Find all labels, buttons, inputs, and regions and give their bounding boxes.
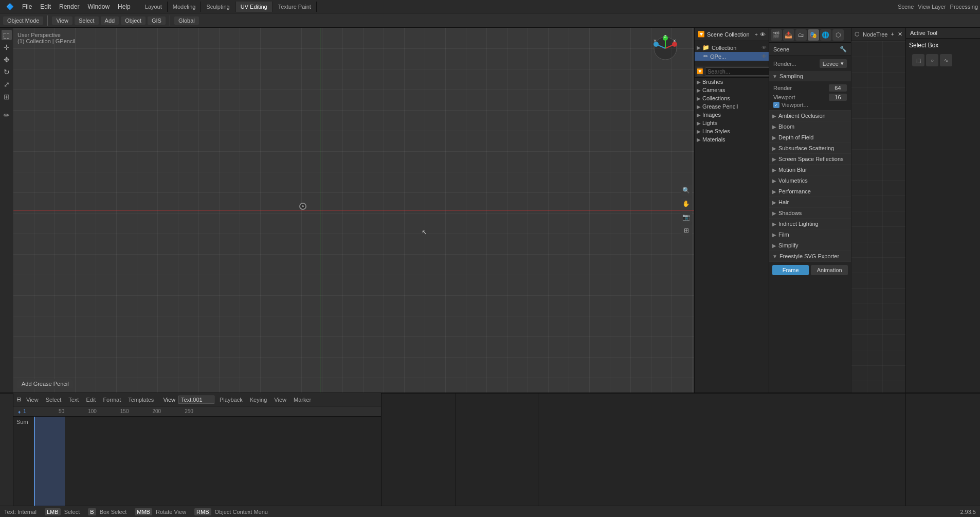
timeline-templates-btn[interactable]: Templates — [126, 396, 156, 404]
tool-select-circle-icon[interactable]: ○ — [926, 54, 938, 66]
menu-window[interactable]: Window — [83, 2, 114, 11]
current-frame-input[interactable] — [178, 396, 214, 404]
object-tab[interactable]: ⬡ — [832, 29, 844, 41]
move-tool-icon[interactable]: ✥ — [2, 55, 12, 65]
main-layout: ⬚ ✛ ✥ ↻ ⤢ ⊞ ✏ User Perspective (1) Colle… — [0, 28, 980, 393]
cameras-item[interactable]: ▶ Cameras — [695, 86, 769, 94]
hair-header[interactable]: ▶ Hair — [769, 197, 851, 207]
view-btn[interactable]: View — [52, 16, 72, 25]
grease-pencil-item[interactable]: ▶ Grease Pencil — [695, 102, 769, 111]
line-styles-item[interactable]: ▶ Line Styles — [695, 127, 769, 135]
timeline-tracks[interactable]: Sum — [13, 417, 381, 506]
render-sample-label: Render — [773, 85, 792, 91]
menu-edit[interactable]: Edit — [36, 2, 55, 11]
rotate-tool-icon[interactable]: ↻ — [2, 67, 12, 77]
outliner-collection-item[interactable]: ▶ 📁 Collection 👁 — [695, 43, 769, 52]
timeline-format-btn[interactable]: Format — [101, 396, 123, 404]
view-layer-tab[interactable]: 🗂 — [795, 29, 807, 41]
viewport-sample-value[interactable]: 16 — [829, 94, 847, 101]
select-btn[interactable]: Select — [75, 16, 99, 25]
indirect-lighting-header[interactable]: ▶ Indirect Lighting — [769, 219, 851, 229]
collections-item[interactable]: ▶ Collections — [695, 94, 769, 102]
add-grease-pencil-btn[interactable]: Add Grease Pencil — [17, 379, 73, 388]
filter-icon[interactable]: 🔽 — [697, 67, 703, 76]
workspace-uv-editing[interactable]: UV Editing — [235, 2, 273, 12]
transform-dropdown[interactable]: Global — [174, 16, 199, 25]
viewport-denoising-checkbox[interactable]: ✓ Viewport... — [773, 102, 847, 108]
brushes-item[interactable]: ▶ Brushes — [695, 78, 769, 86]
subsurface-header[interactable]: ▶ Subsurface Scattering — [769, 143, 851, 153]
frame-button[interactable]: Frame — [772, 265, 809, 275]
scene-tab[interactable]: 🎭 — [808, 29, 819, 41]
add-btn[interactable]: Add — [101, 16, 119, 25]
viewport-sample-label: Viewport — [773, 94, 795, 100]
tool-select-box-icon[interactable]: ⬚ — [912, 54, 924, 66]
visibility-icon[interactable]: 👁 — [761, 45, 767, 50]
timeline-text-btn[interactable]: Text — [66, 396, 81, 404]
motion-blur-header[interactable]: ▶ Motion Blur — [769, 165, 851, 175]
node-editor-header: ⬡ NodeTree + ✕ — [851, 28, 905, 41]
outliner-add-icon[interactable]: + — [755, 31, 758, 38]
scale-tool-icon[interactable]: ⤢ — [2, 79, 12, 90]
workspace-layout[interactable]: Layout — [140, 2, 168, 12]
transform-tool-icon[interactable]: ⊞ — [2, 92, 12, 102]
grid-icon[interactable]: ⊞ — [681, 225, 692, 236]
ruler-50: 50 — [59, 408, 64, 414]
freestyle-header[interactable]: ▼ Freestyle SVG Exporter — [769, 251, 851, 261]
viewport-main[interactable]: User Perspective (1) Collection | GPenci… — [13, 28, 694, 393]
shadows-header[interactable]: ▶ Shadows — [769, 208, 851, 218]
node-canvas[interactable] — [851, 41, 905, 393]
marker-btn[interactable]: Marker — [292, 396, 313, 404]
timeline-select-btn[interactable]: Select — [44, 396, 64, 404]
timeline-view-btn3[interactable]: View — [272, 396, 288, 404]
camera-icon[interactable]: 📷 — [681, 211, 692, 223]
visibility-icon-2[interactable]: 👁 — [761, 54, 767, 59]
object-mode-dropdown[interactable]: Object Mode — [3, 16, 43, 25]
outliner-gpencil-item[interactable]: ✏ GPe... 👁 — [695, 52, 769, 61]
workspace-sculpting[interactable]: Sculpting — [201, 2, 235, 12]
bloom-header[interactable]: ▶ Bloom — [769, 121, 851, 132]
render-props-tab[interactable]: 🎬 — [771, 29, 782, 41]
right-columns: 🔽 Scene Collection + 👁 ▶ 📁 Collection 👁 … — [694, 28, 980, 393]
animation-button[interactable]: Animation — [811, 265, 848, 275]
performance-header[interactable]: ▶ Performance — [769, 186, 851, 197]
materials-item[interactable]: ▶ Materials — [695, 135, 769, 144]
tool-select-lasso-icon[interactable]: ∿ — [940, 54, 952, 66]
workspace-modeling[interactable]: Modeling — [168, 2, 202, 12]
playhead-btn[interactable]: ⬧ — [17, 408, 21, 415]
select-tool-icon[interactable]: ⬚ — [2, 30, 12, 40]
menu-help[interactable]: Help — [114, 2, 135, 11]
timeline-edit-btn[interactable]: Edit — [84, 396, 98, 404]
timeline-view-btn[interactable]: View — [24, 396, 41, 404]
cursor-tool-icon[interactable]: ✛ — [2, 42, 12, 52]
lights-item[interactable]: ▶ Lights — [695, 119, 769, 127]
sampling-header[interactable]: ▼ Sampling — [769, 71, 851, 81]
render-engine-dropdown[interactable]: Eevee ▾ — [820, 59, 847, 68]
volumetrics-header[interactable]: ▶ Volumetrics — [769, 175, 851, 186]
output-props-tab[interactable]: 📤 — [783, 29, 794, 41]
dof-header[interactable]: ▶ Depth of Field — [769, 132, 851, 142]
node-close-icon[interactable]: ✕ — [898, 31, 902, 37]
node-add-icon[interactable]: + — [891, 31, 894, 37]
outliner-panel: 🔽 Scene Collection + 👁 ▶ 📁 Collection 👁 … — [694, 28, 769, 393]
playback-btn[interactable]: Playback — [217, 396, 245, 404]
magnify-icon[interactable]: 🔍 — [681, 185, 692, 196]
scene-wrench-icon[interactable]: 🔧 — [840, 46, 847, 52]
film-header[interactable]: ▶ Film — [769, 229, 851, 240]
annotate-tool-icon[interactable]: ✏ — [2, 110, 12, 120]
menu-file[interactable]: File — [18, 2, 36, 11]
images-item[interactable]: ▶ Images — [695, 111, 769, 119]
menu-render[interactable]: Render — [55, 2, 83, 11]
gis-btn[interactable]: GIS — [148, 16, 166, 25]
workspace-texture-paint[interactable]: Texture Paint — [273, 2, 317, 12]
render-sample-value[interactable]: 64 — [829, 84, 847, 92]
materials-label: Materials — [702, 136, 725, 142]
object-btn[interactable]: Object — [121, 16, 146, 25]
keying-btn[interactable]: Keying — [248, 396, 269, 404]
outliner-eye-icon[interactable]: 👁 — [760, 31, 766, 38]
simplify-header[interactable]: ▶ Simplify — [769, 240, 851, 251]
ssr-header[interactable]: ▶ Screen Space Reflections — [769, 154, 851, 164]
world-tab[interactable]: 🌐 — [820, 29, 831, 41]
ao-header[interactable]: ▶ Ambient Occlusion — [769, 111, 851, 121]
hand-icon[interactable]: ✋ — [681, 198, 692, 209]
